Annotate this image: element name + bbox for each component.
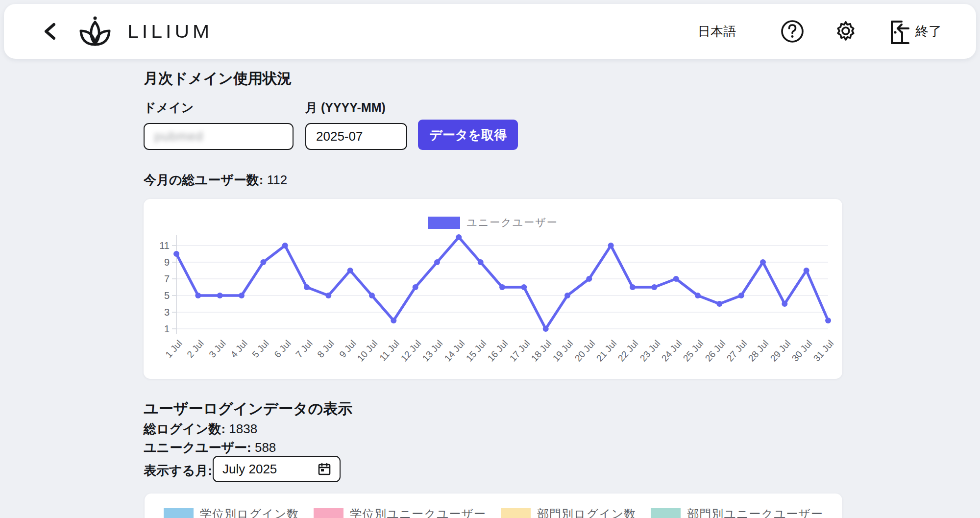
- total-users-value: 112: [267, 173, 287, 187]
- calendar-icon[interactable]: [318, 463, 331, 475]
- legend-label: ユニークユーザー: [466, 216, 558, 229]
- login-chart-card: 学位別ログイン数学位別ユニークユーザー部門別ログイン数部門別ユニークユーザー: [145, 493, 842, 518]
- language-selector[interactable]: 日本語: [698, 23, 736, 40]
- display-month-value: July 2025: [222, 462, 277, 477]
- login-data-title: ユーザーログインデータの表示: [144, 399, 352, 419]
- login-legend-item[interactable]: 学位別ログイン数: [164, 506, 299, 518]
- svg-text:3: 3: [164, 307, 170, 318]
- exit-button[interactable]: 終了: [887, 18, 942, 45]
- settings-gear-icon[interactable]: [833, 19, 858, 44]
- legend-color-swatch: [314, 508, 343, 518]
- unique-users-stat-line: ユニークユーザー: 588: [144, 439, 276, 456]
- legend-color-swatch: [501, 508, 531, 518]
- back-icon[interactable]: [42, 22, 58, 41]
- help-icon[interactable]: [780, 19, 805, 44]
- unique-users-value: 588: [255, 440, 276, 455]
- unique-users-chart-card: 1357911 ユニークユーザー 1 Jul2 Jul3 Jul4 Jul5 J…: [144, 199, 842, 379]
- unique-users-label: ユニークユーザー:: [144, 440, 251, 455]
- total-logins-label: 総ログイン数:: [144, 421, 225, 436]
- lilium-logo-icon[interactable]: [78, 16, 112, 47]
- total-logins-line: 総ログイン数: 1838: [144, 420, 257, 438]
- svg-text:5: 5: [164, 290, 170, 301]
- domain-input[interactable]: pubmed: [144, 123, 294, 150]
- legend-swatch: [428, 217, 460, 229]
- total-users-label: 今月の総ユーザー数:: [144, 173, 264, 187]
- total-logins-value: 1838: [229, 421, 257, 436]
- brand-wordmark: LILIUM: [127, 21, 213, 42]
- svg-text:7: 7: [164, 273, 170, 284]
- legend-item-label: 学位別ユニークユーザー: [350, 506, 486, 518]
- legend-item-label: 部門別ユニークユーザー: [687, 506, 823, 518]
- app-header: LILIUM 日本語: [4, 4, 976, 59]
- display-month-label: 表示する月:: [144, 462, 212, 479]
- month-input-value: 2025-07: [316, 129, 363, 144]
- sign-out-icon: [887, 18, 911, 45]
- fetch-data-button[interactable]: データを取得: [418, 120, 518, 150]
- domain-input-value: pubmed: [154, 129, 203, 144]
- legend-color-swatch: [164, 508, 194, 518]
- total-users-line: 今月の総ユーザー数: 112: [144, 172, 287, 189]
- legend-color-swatch: [651, 508, 681, 518]
- login-legend-item[interactable]: 学位別ユニークユーザー: [314, 506, 486, 518]
- chart-legend[interactable]: ユニークユーザー: [144, 216, 842, 229]
- month-field-label: 月 (YYYY-MM): [305, 99, 386, 116]
- display-month-input[interactable]: July 2025: [213, 456, 341, 482]
- exit-label: 終了: [915, 23, 942, 40]
- legend-item-label: 部門別ログイン数: [537, 506, 636, 518]
- month-input[interactable]: 2025-07: [305, 123, 407, 150]
- domain-usage-title: 月次ドメイン使用状況: [144, 69, 292, 89]
- login-legend-item[interactable]: 部門別ユニークユーザー: [651, 506, 823, 518]
- svg-text:11: 11: [159, 240, 170, 251]
- svg-text:1: 1: [164, 323, 170, 334]
- legend-item-label: 学位別ログイン数: [200, 506, 299, 518]
- svg-text:9: 9: [164, 257, 170, 268]
- login-legend-item[interactable]: 部門別ログイン数: [501, 506, 636, 518]
- login-chart-legend: 学位別ログイン数学位別ユニークユーザー部門別ログイン数部門別ユニークユーザー: [145, 506, 842, 518]
- domain-field-label: ドメイン: [144, 99, 194, 116]
